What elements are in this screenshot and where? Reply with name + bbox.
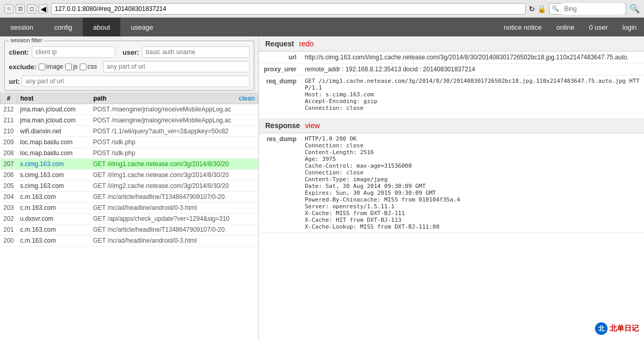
nav-about[interactable]: about [83, 18, 121, 36]
table-row[interactable]: 206s.cimg.163.comGET /i/img1.cache.netea… [1, 170, 258, 181]
res-dump-value: HTTP/1.0 200 OK Connection: close Conten… [301, 133, 644, 233]
row-host: s.cimg.163.com [17, 159, 90, 170]
row-path: GET /i/img2.cache.netease.com/3g/2014/8/… [90, 181, 258, 192]
row-host: s.cimg.163.com [17, 170, 90, 181]
nav-config[interactable]: config [44, 18, 83, 36]
row-num: 211 [1, 115, 17, 126]
redo-link[interactable]: redo [299, 40, 314, 48]
row-path: POST /maengine/jmalog/receiveMobileAppLo… [90, 104, 258, 115]
row-host: loc.map.baidu.com [17, 137, 90, 148]
row-num: 205 [1, 181, 17, 192]
exclude-css-checkbox[interactable]: css [80, 63, 97, 70]
search-engine-icon: 🔍 [552, 5, 559, 12]
response-header: Response view [259, 118, 644, 133]
row-path: GET /i/img1.cache.netease.com/3g/2014/8/… [90, 159, 258, 170]
request-title: Request [265, 40, 294, 48]
table-row[interactable]: 211jma.man.jcloud.comPOST /maengine/jmal… [1, 115, 258, 126]
table-row[interactable]: 201c.m.163.comGET /nc/article/headline/T… [1, 224, 258, 235]
star-icon[interactable]: ☆ [4, 4, 14, 14]
row-num: 208 [1, 148, 17, 159]
refresh-icon[interactable]: ↻ [529, 5, 535, 13]
nav-login[interactable]: login [615, 18, 644, 36]
client-label: client: [9, 48, 29, 56]
session-table-container[interactable]: # host path clean 212jma.man.jcloud.comP… [0, 93, 258, 339]
js-checkbox[interactable] [65, 64, 72, 70]
left-panel: session filter client: user: exclude: im… [0, 36, 259, 339]
row-num: 200 [1, 235, 17, 246]
row-num: 209 [1, 137, 17, 148]
view-link[interactable]: view [305, 121, 320, 130]
session-filter-legend: session filter [9, 37, 44, 43]
nav-left: session config about useage [0, 18, 164, 36]
row-num: 201 [1, 224, 17, 235]
nav-online: online [549, 18, 582, 36]
table-row[interactable]: 205s.cimg.163.comGET /i/img2.cache.netea… [1, 181, 258, 192]
row-path: POST /1.1/wii/query?auth_ver=2&appkey=50… [90, 126, 258, 137]
address-bar[interactable] [51, 3, 526, 15]
filter-client-row: client: user: [9, 46, 250, 58]
url-input[interactable] [22, 76, 250, 87]
exclude-js-checkbox[interactable]: js [65, 63, 78, 70]
exclude-label: exclude: [9, 63, 36, 71]
row-num: 202 [1, 214, 17, 224]
row-host: c.m.163.com [17, 224, 90, 235]
right-panel: Request redo url http://s.cimg.163.com/i… [259, 36, 644, 339]
row-path: GET /nc/ad/headline/android/0-3.html [90, 203, 258, 214]
security-icon: 🔒 [537, 5, 546, 13]
table-row[interactable]: 208loc.map.baidu.comPOST /sdk.php [1, 148, 258, 159]
row-host: s.cimg.163.com [17, 181, 90, 192]
nav-session[interactable]: session [0, 18, 44, 36]
table-row[interactable]: 212jma.man.jcloud.comPOST /maengine/jmal… [1, 104, 258, 115]
table-row[interactable]: 210wifi.dianxin.netPOST /1.1/wii/query?a… [1, 126, 258, 137]
url-value: http://s.cimg.163.com/i/img1.cache.netea… [301, 52, 644, 64]
response-title: Response [265, 121, 300, 130]
row-num: 207 [1, 159, 17, 170]
main-content: session filter client: user: exclude: im… [0, 36, 644, 339]
url-row: url http://s.cimg.163.com/i/img1.cache.n… [259, 52, 644, 64]
table-row[interactable]: 200c.m.163.comGET /nc/ad/headline/androi… [1, 235, 258, 246]
search-submit-icon[interactable]: 🔍 [629, 4, 640, 14]
table-row[interactable]: 203c.m.163.comGET /nc/ad/headline/androi… [1, 203, 258, 214]
watermark-icon: 北 [595, 322, 608, 335]
row-path: GET /nc/article/headline/T1348647909107/… [90, 192, 258, 203]
image-checkbox[interactable] [39, 64, 45, 70]
row-num: 204 [1, 192, 17, 203]
search-input[interactable] [561, 3, 624, 15]
response-detail-table: res_dump HTTP/1.0 200 OK Connection: clo… [259, 133, 644, 233]
nav-useage[interactable]: useage [120, 18, 164, 36]
table-row[interactable]: 204c.m.163.comGET /nc/article/headline/T… [1, 192, 258, 203]
css-checkbox[interactable] [80, 64, 86, 70]
bookmark-icon[interactable]: ⊡ [16, 4, 25, 14]
row-path: GET /api/apps/check_update?ver=1294&sig=… [90, 214, 258, 224]
nav-right: notice notice online 0 user login [497, 18, 644, 36]
row-path: POST /sdk.php [90, 137, 258, 148]
page-icon[interactable]: ◻ [27, 4, 36, 14]
exclude-image-checkbox[interactable]: image [39, 63, 64, 70]
proxy-urer-value: remote_addr : 192.168.8.12:35413 docid :… [301, 64, 644, 76]
user-input[interactable] [142, 46, 250, 58]
row-host: c.m.163.com [17, 235, 90, 246]
watermark-text: 北单日记 [610, 324, 639, 333]
row-path: POST /sdk.php [90, 148, 258, 159]
row-path: GET /nc/ad/headline/android/0-3.html [90, 235, 258, 246]
clean-button[interactable]: clean [239, 95, 255, 102]
client-input[interactable] [32, 46, 115, 58]
row-host: u.dxsvr.com [17, 214, 90, 224]
req-dump-value: GET /i/img1.cache.netease.com/3g/2014/8/… [301, 76, 644, 114]
session-table: # host path clean 212jma.man.jcloud.comP… [0, 93, 258, 246]
col-path: path clean [90, 93, 258, 104]
back-button[interactable]: ◀ [39, 4, 48, 14]
request-header: Request redo [259, 36, 644, 52]
watermark: 北 北单日记 [595, 322, 639, 335]
browser-bar: ☆ ⊡ ◻ ◀ ↻ 🔒 🔍 🔍 [0, 0, 644, 18]
table-row[interactable]: 209loc.map.baidu.comPOST /sdk.php [1, 137, 258, 148]
row-path: POST /maengine/jmalog/receiveMobileAppLo… [90, 115, 258, 126]
row-host: wifi.dianxin.net [17, 126, 90, 137]
nav-bar: session config about useage notice notic… [0, 18, 644, 36]
url-filter-input[interactable] [103, 61, 250, 72]
row-num: 210 [1, 126, 17, 137]
row-num: 203 [1, 203, 17, 214]
proxy-urer-label: proxy_urer [259, 64, 301, 76]
table-row[interactable]: 207s.cimg.163.comGET /i/img1.cache.netea… [1, 159, 258, 170]
table-row[interactable]: 202u.dxsvr.comGET /api/apps/check_update… [1, 214, 258, 224]
